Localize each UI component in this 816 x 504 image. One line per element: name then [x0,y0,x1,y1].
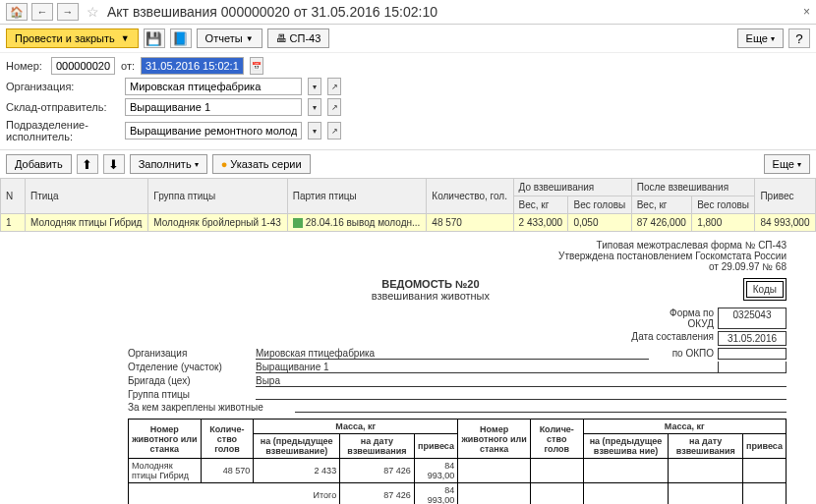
warehouse-label: Склад-отправитель: [6,101,119,113]
page-title: Акт взвешивания 000000020 от 31.05.2016 … [107,4,799,20]
report-form-line: Типовая межотраслевая форма № СП-43 [128,240,787,251]
ved-row: Молодняк птицы Гибрид 48 570 2 433 87 42… [129,459,787,483]
warehouse-open-icon[interactable]: ↗ [327,98,341,116]
codes-table: Коды [743,278,787,301]
col-batch[interactable]: Партия птицы [287,179,427,214]
report-date-label: Дата составления [619,331,718,346]
org-open-icon[interactable]: ↗ [327,78,341,95]
division-open-icon[interactable]: ↗ [327,122,341,140]
save-icon[interactable]: 💾 [144,28,165,48]
fill-button[interactable]: Заполнить ▾ [130,154,207,174]
report-approved-line: Утверждена постановлением Госкомстата Ро… [128,251,787,261]
report-assigned-label: За кем закреплены животные [128,402,295,413]
report-dept-label: Отделение (участок) [128,362,256,373]
series-button[interactable]: ● Указать серии [212,154,311,174]
report-dept-value: Выращивание 1 [256,362,718,373]
okpo-label: по ОКПО [649,348,718,360]
close-icon[interactable]: × [803,5,810,19]
report-org-label: Организация [128,348,256,360]
save-close-button[interactable]: Провести и закрыть▼ [6,28,139,48]
move-down-icon[interactable]: ⬇ [103,154,125,174]
col-before-head[interactable]: Вес головы [568,196,631,214]
col-bird[interactable]: Птица [26,179,148,214]
cell-after-kg: 87 426,000 [631,214,691,232]
cell-group: Молодняк бройлерный 1-43 [148,214,287,232]
okud-value: 0325043 [718,308,787,329]
table-row[interactable]: 1 Молодняк птицы Гибрид Молодняк бройлер… [1,214,816,232]
cell-batch: 28.04.16 вывод молодн... [287,214,427,232]
date-input[interactable] [141,57,244,75]
main-table: N Птица Группа птицы Партия птицы Количе… [0,178,816,232]
report-group-label: Группа птицы [128,389,256,400]
cell-bird: Молодняк птицы Гибрид [26,214,148,232]
org-input[interactable] [125,78,302,95]
report-title1: ВЕДОМОСТЬ №20 [128,278,733,290]
add-button[interactable]: Добавить [6,154,72,174]
report-title2: взвешивания животных [128,290,733,302]
report-brigade-value: Выра [256,375,787,387]
division-label: Подразделение-исполнитель: [6,119,119,142]
report-date-value: 31.05.2016 [718,331,787,346]
col-after-head[interactable]: Вес головы [692,196,755,214]
col-after[interactable]: После взвешивания [631,179,755,196]
more-table-button[interactable]: Еще ▾ [764,154,810,174]
cell-gain: 84 993,000 [755,214,816,232]
report-org-value: Мировская птицефабрика [256,348,649,360]
back-icon[interactable]: ← [31,3,53,21]
okud-label: Форма по ОКУД [649,308,718,329]
cell-after-head: 1,800 [692,214,755,232]
vedomost-table: Номер животного или станка Количе-ство г… [128,419,787,504]
calendar-icon[interactable]: 📅 [250,57,263,75]
report-date-line: от 29.09.97 № 68 [128,261,787,272]
cell-qty: 48 570 [427,214,513,232]
ved-total-row: Итого 87 426 84 993,00 [129,483,787,504]
col-qty[interactable]: Количество, гол. [427,179,513,214]
number-label: Номер: [6,60,45,72]
reports-button[interactable]: Отчеты ▼ [197,28,262,48]
forward-icon[interactable]: → [57,3,79,21]
number-input[interactable] [51,57,115,75]
col-n[interactable]: N [1,179,26,214]
cell-before-kg: 2 433,000 [513,214,568,232]
cell-before-head: 0,050 [568,214,631,232]
col-before[interactable]: До взвешивания [513,179,631,196]
sp43-button[interactable]: 🖶 СП-43 [267,28,330,48]
help-button[interactable]: ? [788,28,810,48]
org-dropdown-icon[interactable]: ▾ [308,78,321,95]
report-preview: Типовая межотраслевая форма № СП-43 Утве… [0,232,816,504]
okpo-value [718,348,787,360]
move-up-icon[interactable]: ⬆ [77,154,98,174]
star-icon[interactable]: ☆ [87,4,99,20]
org-label: Организация: [6,81,119,92]
home-icon[interactable]: 🏠 [6,3,28,21]
date-label: от: [121,60,135,72]
col-after-kg[interactable]: Вес, кг [631,196,691,214]
cell-n: 1 [1,214,26,232]
more-button[interactable]: Еще ▾ [737,28,784,48]
division-input[interactable] [125,122,302,140]
post-icon[interactable]: 📘 [170,28,192,48]
col-gain[interactable]: Привес [755,179,816,214]
warehouse-dropdown-icon[interactable]: ▾ [308,98,321,116]
col-before-kg[interactable]: Вес, кг [513,196,568,214]
report-brigade-label: Бригада (цех) [128,375,256,387]
warehouse-input[interactable] [125,98,302,116]
col-group[interactable]: Группа птицы [148,179,287,214]
division-dropdown-icon[interactable]: ▾ [308,122,321,140]
